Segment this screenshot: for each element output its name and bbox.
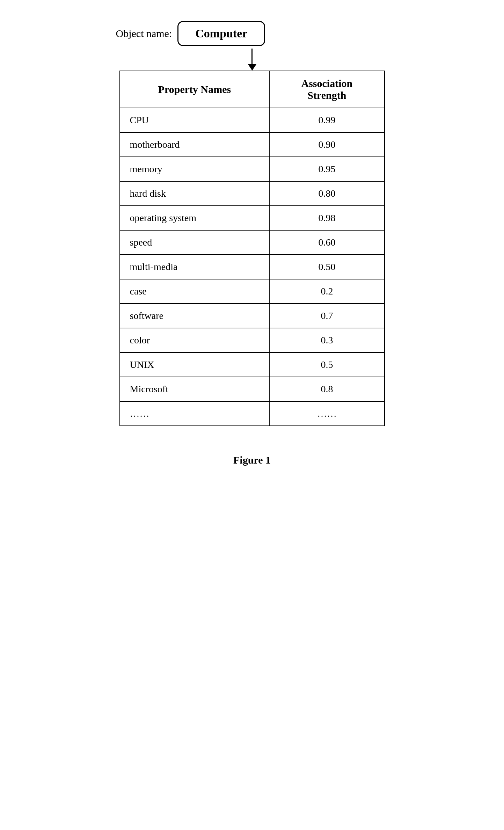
strength-cell: 0.8 bbox=[269, 377, 384, 401]
property-name-cell: case bbox=[120, 279, 270, 304]
col2-header: AssociationStrength bbox=[269, 71, 384, 108]
table-row: case0.2 bbox=[120, 279, 385, 304]
object-label: Object name: bbox=[116, 28, 172, 39]
strength-cell: 0.99 bbox=[269, 108, 384, 132]
table-row: color0.3 bbox=[120, 328, 385, 352]
strength-cell: 0.98 bbox=[269, 206, 384, 230]
property-name-cell: speed bbox=[120, 230, 270, 255]
arrow-line bbox=[251, 49, 253, 64]
property-table: Property Names AssociationStrength CPU0.… bbox=[119, 71, 385, 426]
property-name-cell: hard disk bbox=[120, 181, 270, 206]
table-row: speed0.60 bbox=[120, 230, 385, 255]
property-name-cell: CPU bbox=[120, 108, 270, 132]
property-name-cell: color bbox=[120, 328, 270, 352]
col1-header: Property Names bbox=[120, 71, 270, 108]
table-header-row: Property Names AssociationStrength bbox=[120, 71, 385, 108]
page-container: Object name: Computer Property Names Ass… bbox=[95, 21, 409, 466]
object-name-row: Object name: Computer bbox=[116, 21, 265, 46]
strength-cell: 0.95 bbox=[269, 157, 384, 181]
strength-cell: 0.3 bbox=[269, 328, 384, 352]
table-row: software0.7 bbox=[120, 304, 385, 328]
strength-cell: 0.90 bbox=[269, 132, 384, 157]
strength-cell: 0.50 bbox=[269, 255, 384, 279]
table-row: multi-media0.50 bbox=[120, 255, 385, 279]
property-name-cell: memory bbox=[120, 157, 270, 181]
table-row: hard disk0.80 bbox=[120, 181, 385, 206]
property-name-cell: …… bbox=[120, 401, 270, 426]
property-name-cell: operating system bbox=[120, 206, 270, 230]
table-row: operating system0.98 bbox=[120, 206, 385, 230]
property-name-cell: motherboard bbox=[120, 132, 270, 157]
table-row: ………… bbox=[120, 401, 385, 426]
table-row: UNIX0.5 bbox=[120, 352, 385, 377]
strength-cell: 0.60 bbox=[269, 230, 384, 255]
strength-cell: 0.7 bbox=[269, 304, 384, 328]
table-row: Microsoft0.8 bbox=[120, 377, 385, 401]
arrow-head bbox=[248, 64, 256, 71]
property-name-cell: UNIX bbox=[120, 352, 270, 377]
strength-cell: 0.5 bbox=[269, 352, 384, 377]
property-name-cell: Microsoft bbox=[120, 377, 270, 401]
property-name-cell: software bbox=[120, 304, 270, 328]
figure-caption: Figure 1 bbox=[233, 454, 271, 466]
table-row: CPU0.99 bbox=[120, 108, 385, 132]
table-row: memory0.95 bbox=[120, 157, 385, 181]
strength-cell: 0.2 bbox=[269, 279, 384, 304]
strength-cell: 0.80 bbox=[269, 181, 384, 206]
strength-cell: …… bbox=[269, 401, 384, 426]
arrow-container bbox=[248, 46, 256, 71]
table-row: motherboard0.90 bbox=[120, 132, 385, 157]
object-box: Computer bbox=[177, 21, 265, 46]
property-name-cell: multi-media bbox=[120, 255, 270, 279]
